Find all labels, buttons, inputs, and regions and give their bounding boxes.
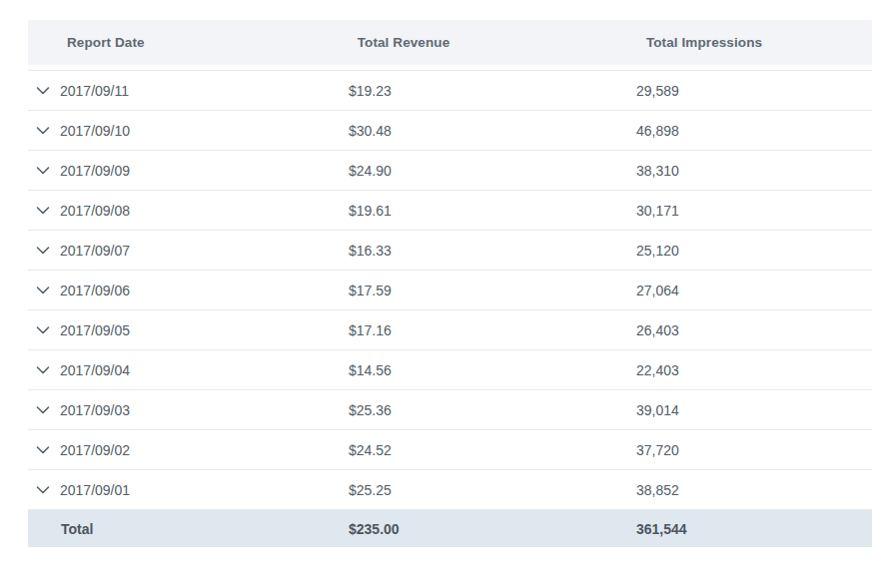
table-row[interactable]: 2017/09/09 $24.90 38,310: [28, 150, 872, 190]
table-body: 2017/09/11 $19.23 29,589 2017/09/10 $30: [28, 70, 872, 509]
impressions-value: 37,720: [636, 442, 679, 458]
table-row[interactable]: 2017/09/01 $25.25 38,852: [28, 469, 872, 509]
report-date-value: 2017/09/03: [60, 402, 130, 418]
column-header-total-revenue: Total Revenue: [349, 35, 458, 50]
impressions-value: 39,014: [636, 402, 679, 418]
impressions-value: 38,310: [636, 163, 679, 179]
impressions-value: 27,064: [636, 283, 679, 298]
impressions-value: 25,120: [636, 243, 679, 259]
report-date-value: 2017/09/04: [60, 362, 130, 378]
impressions-value: 30,171: [636, 203, 679, 219]
report-date-value: 2017/09/08: [60, 203, 130, 219]
chevron-down-icon[interactable]: [36, 204, 50, 218]
chevron-down-icon[interactable]: [36, 84, 50, 98]
revenue-value: $25.25: [349, 482, 392, 498]
impressions-value: 46,898: [636, 123, 679, 139]
report-date-value: 2017/09/09: [60, 163, 130, 179]
revenue-value: $19.61: [349, 203, 392, 219]
report-date-value: 2017/09/02: [60, 442, 130, 458]
table-header-row: Report Date Total Revenue Total Impressi…: [28, 20, 872, 65]
table-row[interactable]: 2017/09/07 $16.33 25,120: [28, 230, 872, 270]
report-date-value: 2017/09/11: [60, 83, 129, 99]
report-date-value: 2017/09/05: [60, 322, 130, 338]
revenue-value: $17.16: [349, 322, 392, 338]
chevron-down-icon[interactable]: [36, 483, 50, 497]
table-row[interactable]: 2017/09/11 $19.23 29,589: [28, 70, 872, 110]
chevron-down-icon[interactable]: [36, 244, 50, 258]
chevron-down-icon[interactable]: [36, 363, 50, 377]
impressions-value: 29,589: [636, 83, 679, 99]
impressions-value: 38,852: [636, 482, 679, 498]
revenue-value: $30.48: [349, 123, 392, 139]
chevron-down-icon[interactable]: [36, 403, 50, 417]
chevron-down-icon[interactable]: [36, 323, 50, 337]
revenue-value: $25.36: [349, 402, 392, 418]
revenue-value: $17.59: [349, 283, 392, 298]
table-row[interactable]: 2017/09/05 $17.16 26,403: [28, 309, 872, 349]
table-row[interactable]: 2017/09/10 $30.48 46,898: [28, 110, 872, 150]
column-header-report-date: Report Date: [28, 35, 349, 50]
table-row[interactable]: 2017/09/08 $19.61 30,171: [28, 190, 872, 230]
chevron-down-icon[interactable]: [36, 124, 50, 138]
table-row[interactable]: 2017/09/03 $25.36 39,014: [28, 389, 872, 429]
total-revenue-value: $235.00: [349, 521, 458, 537]
chevron-down-icon[interactable]: [36, 284, 50, 297]
revenue-value: $24.52: [349, 442, 392, 458]
revenue-value: $14.56: [349, 362, 392, 378]
total-label: Total: [28, 521, 349, 537]
report-date-value: 2017/09/07: [60, 243, 130, 259]
table-row[interactable]: 2017/09/02 $24.52 37,720: [28, 429, 872, 469]
report-table: Report Date Total Revenue Total Impressi…: [28, 20, 872, 547]
column-header-total-impressions: Total Impressions: [636, 35, 772, 50]
chevron-down-icon[interactable]: [36, 164, 50, 178]
report-date-value: 2017/09/01: [60, 482, 130, 498]
revenue-value: $19.23: [349, 83, 392, 99]
revenue-value: $16.33: [349, 243, 392, 259]
total-impressions-value: 361,544: [636, 521, 772, 537]
revenue-value: $24.90: [349, 163, 392, 179]
table-total-row: Total $235.00 361,544: [28, 509, 872, 547]
table-row[interactable]: 2017/09/06 $17.59 27,064: [28, 270, 872, 309]
impressions-value: 26,403: [636, 322, 679, 338]
impressions-value: 22,403: [636, 362, 679, 378]
chevron-down-icon[interactable]: [36, 443, 50, 457]
table-row[interactable]: 2017/09/04 $14.56 22,403: [28, 349, 872, 389]
report-date-value: 2017/09/10: [60, 123, 130, 139]
report-date-value: 2017/09/06: [60, 283, 130, 298]
